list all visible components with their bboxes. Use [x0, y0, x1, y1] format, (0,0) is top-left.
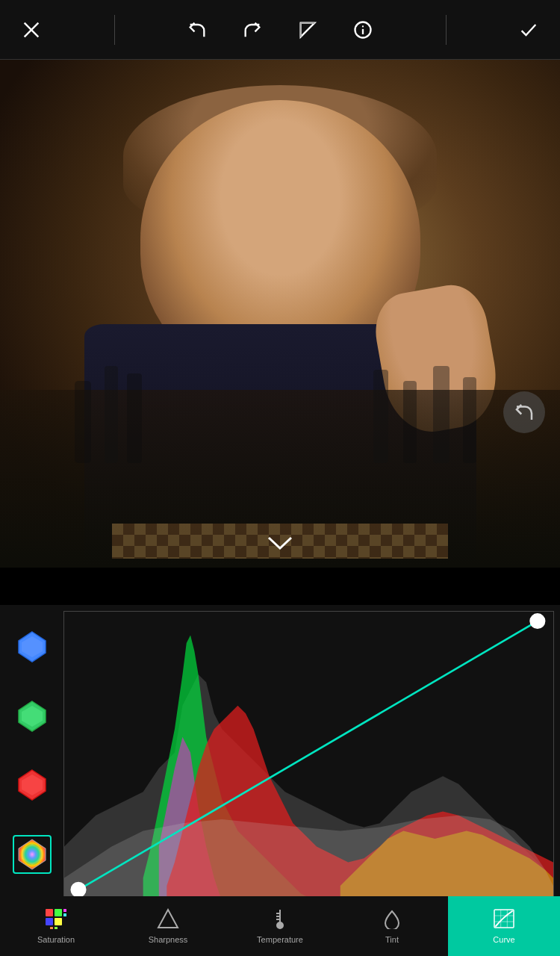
- close-button[interactable]: [15, 13, 48, 46]
- green-gem-icon: [16, 700, 49, 733]
- blue-gem-icon: [16, 630, 49, 663]
- sharpness-icon: [157, 908, 179, 932]
- top-toolbar: [0, 0, 560, 60]
- svg-rect-9: [105, 366, 118, 463]
- redo-button[interactable]: [236, 13, 269, 46]
- nav-saturation[interactable]: Saturation: [0, 896, 112, 956]
- svg-rect-39: [50, 927, 53, 929]
- photo-background: [0, 60, 560, 568]
- panel-toggle-button[interactable]: [265, 532, 295, 560]
- temperature-label: Temperature: [257, 935, 303, 944]
- svg-rect-12: [403, 381, 417, 463]
- nav-tint[interactable]: Tint: [336, 896, 448, 956]
- svg-rect-33: [46, 909, 53, 916]
- svg-rect-35: [46, 918, 53, 925]
- tint-icon: [381, 908, 403, 932]
- toolbar-divider-right: [446, 15, 447, 45]
- svg-point-32: [530, 614, 544, 628]
- red-gem-icon: [16, 769, 49, 801]
- svg-point-7: [362, 25, 363, 26]
- svg-rect-8: [75, 381, 91, 463]
- blue-channel-button[interactable]: [13, 627, 52, 666]
- undo-overlay-button[interactable]: [503, 391, 545, 433]
- svg-rect-34: [55, 909, 62, 916]
- rgb-gem-icon: [16, 838, 49, 871]
- sharpness-label: Sharpness: [149, 935, 188, 944]
- nav-temperature[interactable]: Temperature: [224, 896, 336, 956]
- svg-rect-40: [55, 927, 57, 929]
- toolbar-center-actions: [181, 13, 379, 46]
- color-channel-sidebar: [0, 605, 63, 896]
- green-channel-button[interactable]: [13, 697, 52, 736]
- svg-rect-14: [463, 377, 476, 463]
- nav-sharpness[interactable]: Sharpness: [112, 896, 224, 956]
- toolbar-divider-left: [114, 15, 115, 45]
- crop-button[interactable]: [291, 13, 324, 46]
- histogram-svg: [64, 612, 553, 901]
- svg-rect-37: [63, 909, 66, 912]
- tint-label: Tint: [385, 935, 399, 944]
- svg-rect-10: [127, 373, 142, 463]
- svg-rect-11: [373, 370, 388, 463]
- saturation-label: Saturation: [37, 935, 75, 944]
- curve-icon: [493, 908, 515, 932]
- svg-marker-2: [301, 22, 315, 37]
- svg-rect-13: [433, 366, 449, 463]
- bottom-navigation: Saturation Sharpness Temperature: [0, 896, 560, 956]
- nav-curve[interactable]: Curve: [448, 896, 560, 956]
- svg-point-43: [277, 922, 283, 928]
- svg-point-31: [72, 883, 86, 897]
- scene-overlay: [0, 60, 560, 568]
- image-area: [0, 60, 560, 568]
- rgb-channel-button[interactable]: [13, 835, 52, 874]
- curve-histogram-area[interactable]: [63, 611, 554, 902]
- svg-rect-38: [63, 913, 66, 916]
- svg-marker-41: [158, 910, 178, 928]
- red-channel-button[interactable]: [13, 766, 52, 804]
- lower-panel: [0, 605, 560, 896]
- saturation-icon: [45, 908, 67, 932]
- confirm-button[interactable]: [512, 13, 545, 46]
- undo-button[interactable]: [181, 13, 214, 46]
- info-button[interactable]: [346, 13, 379, 46]
- curve-label: Curve: [493, 935, 514, 944]
- temperature-icon: [269, 908, 291, 932]
- svg-rect-36: [55, 918, 62, 925]
